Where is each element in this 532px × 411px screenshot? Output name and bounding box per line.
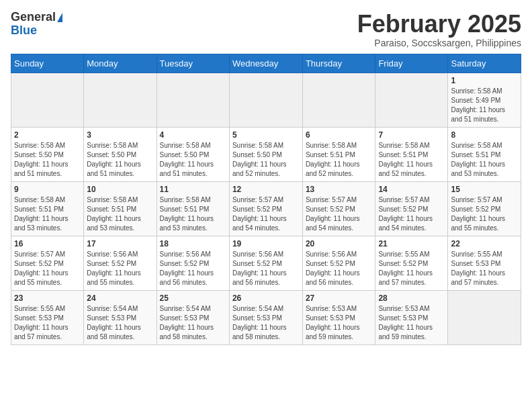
weekday-header-sunday: Sunday — [11, 54, 84, 73]
day-info: Sunrise: 5:58 AM Sunset: 5:50 PM Dayligh… — [14, 141, 81, 179]
day-number: 23 — [14, 293, 81, 303]
day-info: Sunrise: 5:56 AM Sunset: 5:52 PM Dayligh… — [87, 250, 153, 287]
logo: General Blue — [11, 11, 62, 38]
calendar-cell: 1Sunrise: 5:58 AM Sunset: 5:49 PM Daylig… — [448, 73, 521, 127]
title-block: February 2025 Paraiso, Soccsksargen, Phi… — [357, 11, 521, 48]
calendar-cell: 2Sunrise: 5:58 AM Sunset: 5:50 PM Daylig… — [11, 127, 84, 181]
day-info: Sunrise: 5:54 AM Sunset: 5:53 PM Dayligh… — [160, 304, 226, 342]
calendar-table: SundayMondayTuesdayWednesdayThursdayFrid… — [11, 54, 521, 345]
calendar-cell: 3Sunrise: 5:58 AM Sunset: 5:50 PM Daylig… — [84, 127, 157, 181]
calendar-cell: 23Sunrise: 5:55 AM Sunset: 5:53 PM Dayli… — [11, 290, 84, 345]
calendar-cell — [84, 73, 157, 127]
day-info: Sunrise: 5:57 AM Sunset: 5:52 PM Dayligh… — [451, 195, 518, 233]
calendar-cell: 6Sunrise: 5:58 AM Sunset: 5:51 PM Daylig… — [302, 127, 375, 181]
calendar-cell: 10Sunrise: 5:58 AM Sunset: 5:51 PM Dayli… — [84, 181, 157, 236]
day-number: 14 — [378, 185, 445, 194]
calendar-cell: 24Sunrise: 5:54 AM Sunset: 5:53 PM Dayli… — [84, 290, 157, 345]
calendar-week-row: 2Sunrise: 5:58 AM Sunset: 5:50 PM Daylig… — [11, 127, 521, 181]
calendar-subtitle: Paraiso, Soccsksargen, Philippines — [357, 38, 521, 48]
day-number: 17 — [87, 239, 153, 248]
calendar-cell: 26Sunrise: 5:54 AM Sunset: 5:53 PM Dayli… — [229, 290, 302, 345]
day-info: Sunrise: 5:56 AM Sunset: 5:52 PM Dayligh… — [306, 250, 373, 287]
day-number: 3 — [87, 130, 153, 140]
day-info: Sunrise: 5:54 AM Sunset: 5:53 PM Dayligh… — [232, 304, 300, 342]
calendar-cell — [229, 73, 302, 127]
day-info: Sunrise: 5:57 AM Sunset: 5:52 PM Dayligh… — [306, 195, 373, 233]
day-info: Sunrise: 5:53 AM Sunset: 5:53 PM Dayligh… — [378, 304, 445, 342]
day-number: 22 — [451, 239, 518, 248]
calendar-cell: 9Sunrise: 5:58 AM Sunset: 5:51 PM Daylig… — [11, 181, 84, 236]
calendar-cell — [448, 290, 521, 345]
day-info: Sunrise: 5:57 AM Sunset: 5:52 PM Dayligh… — [14, 250, 81, 287]
calendar-week-row: 23Sunrise: 5:55 AM Sunset: 5:53 PM Dayli… — [11, 290, 521, 345]
day-number: 20 — [306, 239, 373, 248]
day-number: 5 — [232, 130, 300, 140]
day-info: Sunrise: 5:58 AM Sunset: 5:49 PM Dayligh… — [451, 87, 518, 124]
day-info: Sunrise: 5:58 AM Sunset: 5:51 PM Dayligh… — [87, 195, 153, 233]
day-number: 7 — [378, 130, 445, 140]
page-header: General Blue February 2025 Paraiso, Socc… — [11, 11, 521, 48]
day-number: 28 — [378, 293, 445, 303]
day-info: Sunrise: 5:58 AM Sunset: 5:51 PM Dayligh… — [451, 141, 518, 179]
day-info: Sunrise: 5:57 AM Sunset: 5:52 PM Dayligh… — [232, 195, 300, 233]
day-number: 9 — [14, 185, 81, 194]
calendar-week-row: 16Sunrise: 5:57 AM Sunset: 5:52 PM Dayli… — [11, 236, 521, 290]
day-info: Sunrise: 5:55 AM Sunset: 5:52 PM Dayligh… — [378, 250, 445, 287]
day-number: 15 — [451, 185, 518, 194]
day-info: Sunrise: 5:58 AM Sunset: 5:50 PM Dayligh… — [232, 141, 300, 179]
day-number: 26 — [232, 293, 300, 303]
day-info: Sunrise: 5:56 AM Sunset: 5:52 PM Dayligh… — [160, 250, 226, 287]
weekday-header-tuesday: Tuesday — [157, 54, 229, 73]
day-info: Sunrise: 5:53 AM Sunset: 5:53 PM Dayligh… — [306, 304, 373, 342]
day-info: Sunrise: 5:54 AM Sunset: 5:53 PM Dayligh… — [87, 304, 153, 342]
calendar-cell — [11, 73, 84, 127]
calendar-cell: 12Sunrise: 5:57 AM Sunset: 5:52 PM Dayli… — [229, 181, 302, 236]
calendar-cell — [375, 73, 448, 127]
day-number: 21 — [378, 239, 445, 248]
calendar-body: 1Sunrise: 5:58 AM Sunset: 5:49 PM Daylig… — [11, 73, 521, 345]
day-number: 4 — [160, 130, 226, 140]
day-info: Sunrise: 5:56 AM Sunset: 5:52 PM Dayligh… — [232, 250, 300, 287]
day-number: 12 — [232, 185, 300, 194]
calendar-cell: 5Sunrise: 5:58 AM Sunset: 5:50 PM Daylig… — [229, 127, 302, 181]
weekday-header-wednesday: Wednesday — [229, 54, 302, 73]
day-info: Sunrise: 5:55 AM Sunset: 5:53 PM Dayligh… — [14, 304, 81, 342]
calendar-cell: 4Sunrise: 5:58 AM Sunset: 5:50 PM Daylig… — [157, 127, 229, 181]
calendar-cell: 11Sunrise: 5:58 AM Sunset: 5:51 PM Dayli… — [157, 181, 229, 236]
day-info: Sunrise: 5:58 AM Sunset: 5:51 PM Dayligh… — [160, 195, 226, 233]
calendar-cell: 28Sunrise: 5:53 AM Sunset: 5:53 PM Dayli… — [375, 290, 448, 345]
day-number: 6 — [306, 130, 373, 140]
calendar-cell: 27Sunrise: 5:53 AM Sunset: 5:53 PM Dayli… — [302, 290, 375, 345]
calendar-cell: 15Sunrise: 5:57 AM Sunset: 5:52 PM Dayli… — [448, 181, 521, 236]
calendar-cell: 25Sunrise: 5:54 AM Sunset: 5:53 PM Dayli… — [157, 290, 229, 345]
calendar-cell: 21Sunrise: 5:55 AM Sunset: 5:52 PM Dayli… — [375, 236, 448, 290]
calendar-week-row: 1Sunrise: 5:58 AM Sunset: 5:49 PM Daylig… — [11, 73, 521, 127]
calendar-cell: 19Sunrise: 5:56 AM Sunset: 5:52 PM Dayli… — [229, 236, 302, 290]
weekday-header-saturday: Saturday — [448, 54, 521, 73]
day-info: Sunrise: 5:58 AM Sunset: 5:50 PM Dayligh… — [160, 141, 226, 179]
logo-general-text: General — [11, 11, 56, 24]
weekday-header-thursday: Thursday — [302, 54, 375, 73]
calendar-cell: 22Sunrise: 5:55 AM Sunset: 5:53 PM Dayli… — [448, 236, 521, 290]
calendar-cell: 7Sunrise: 5:58 AM Sunset: 5:51 PM Daylig… — [375, 127, 448, 181]
day-info: Sunrise: 5:58 AM Sunset: 5:51 PM Dayligh… — [14, 195, 81, 233]
calendar-cell: 14Sunrise: 5:57 AM Sunset: 5:52 PM Dayli… — [375, 181, 448, 236]
day-info: Sunrise: 5:58 AM Sunset: 5:50 PM Dayligh… — [87, 141, 153, 179]
day-number: 18 — [160, 239, 226, 248]
day-number: 25 — [160, 293, 226, 303]
calendar-cell — [302, 73, 375, 127]
calendar-cell: 8Sunrise: 5:58 AM Sunset: 5:51 PM Daylig… — [448, 127, 521, 181]
day-info: Sunrise: 5:57 AM Sunset: 5:52 PM Dayligh… — [378, 195, 445, 233]
day-info: Sunrise: 5:55 AM Sunset: 5:53 PM Dayligh… — [451, 250, 518, 287]
weekday-header-monday: Monday — [84, 54, 157, 73]
day-number: 11 — [160, 185, 226, 194]
day-number: 1 — [451, 76, 518, 85]
day-number: 27 — [306, 293, 373, 303]
calendar-cell: 20Sunrise: 5:56 AM Sunset: 5:52 PM Dayli… — [302, 236, 375, 290]
weekday-header-row: SundayMondayTuesdayWednesdayThursdayFrid… — [11, 54, 521, 73]
calendar-header: SundayMondayTuesdayWednesdayThursdayFrid… — [11, 54, 521, 73]
day-number: 13 — [306, 185, 373, 194]
calendar-title: February 2025 — [357, 11, 521, 38]
calendar-cell — [157, 73, 229, 127]
logo-blue-text: Blue — [11, 24, 37, 38]
